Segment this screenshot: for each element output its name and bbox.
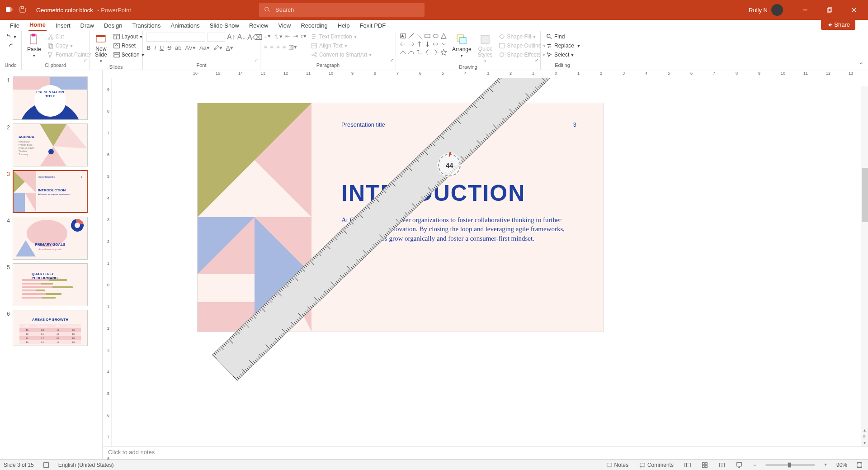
indent-button: ⇥ <box>293 33 298 41</box>
tab-file[interactable]: File <box>9 20 20 31</box>
accessibility-icon[interactable] <box>41 462 51 468</box>
group-undo-label: Undo <box>4 62 18 69</box>
arc-icon <box>408 49 415 56</box>
reset-button[interactable]: Reset <box>112 42 146 50</box>
svg-rect-33 <box>425 34 430 38</box>
app-icon <box>5 6 13 14</box>
tab-foxitpdf[interactable]: Foxit PDF <box>359 20 387 31</box>
arrange-button[interactable]: Arrange▾ <box>450 33 473 59</box>
drawing-launcher[interactable]: ⤢ <box>535 58 539 62</box>
prev-slide-button[interactable]: ▴ <box>862 427 867 433</box>
next-slide-button[interactable]: ▾ <box>862 440 867 446</box>
save-icon[interactable] <box>19 6 26 14</box>
font-launcher[interactable]: ⤢ <box>255 58 259 62</box>
shadow-button: ab <box>175 44 181 51</box>
slide-thumbnail-3[interactable]: Presentation title 3 INTRODUCTION At Con… <box>13 170 88 213</box>
shapes-gallery[interactable]: A <box>400 33 448 56</box>
search-box[interactable]: Search <box>259 3 425 17</box>
notes-pane[interactable]: Click to add notes <box>103 446 868 459</box>
comments-toggle[interactable]: Comments <box>637 462 675 468</box>
slideshow-view-button[interactable] <box>734 462 744 468</box>
paragraph-launcher[interactable]: ⤢ <box>390 58 395 62</box>
section-button[interactable]: Section ▾ <box>112 51 146 59</box>
svg-rect-64 <box>703 462 704 464</box>
svg-rect-36 <box>460 38 466 44</box>
user-account[interactable]: Rully N <box>749 4 783 16</box>
thumbnails-pane[interactable]: 1 PRESENTATION TITLE 2 AGENDA Introducti… <box>0 70 103 459</box>
group-clipboard-label: Clipboard <box>25 62 85 69</box>
ribbon-collapse-button[interactable]: ⌃ <box>859 62 863 68</box>
slide-canvas[interactable]: Presentation title 3 INTRODUCTION At Con… <box>112 78 868 446</box>
clipboard-launcher[interactable]: ⤢ <box>84 58 88 62</box>
justify-button: ≡ <box>283 43 286 50</box>
bullets-button: ≡▾ <box>264 33 271 41</box>
reading-view-button[interactable] <box>717 462 727 468</box>
slide-header: Presentation title <box>341 121 385 128</box>
italic-button: I <box>154 44 156 51</box>
underline-button: U <box>160 44 164 51</box>
notes-toggle[interactable]: Notes <box>604 462 630 468</box>
tab-recording[interactable]: Recording <box>300 20 328 31</box>
svg-rect-17 <box>96 35 105 37</box>
sorter-view-button[interactable] <box>700 462 710 468</box>
slide-decoration <box>198 103 311 332</box>
svg-point-26 <box>312 54 314 56</box>
tab-design[interactable]: Design <box>103 20 123 31</box>
tab-review[interactable]: Review <box>248 20 269 31</box>
connector-icon <box>416 49 423 56</box>
slide-thumbnail-2[interactable]: AGENDA IntroductionPrimary goalsAreas of… <box>13 123 88 166</box>
arrow-l-icon <box>400 41 406 47</box>
new-slide-button[interactable]: New Slide▾ <box>93 33 109 64</box>
ribbon: ▾ Undo Paste▾ Cut Copy ▾ Format Painter … <box>0 31 868 70</box>
zoom-out-button[interactable]: − <box>751 462 758 468</box>
tab-animations[interactable]: Animations <box>170 20 201 31</box>
thumb-number: 4 <box>4 217 10 260</box>
normal-view-button[interactable] <box>683 462 693 468</box>
tab-help[interactable]: Help <box>337 20 351 31</box>
tab-slideshow[interactable]: Slide Show <box>209 20 240 31</box>
slide-page-number: 3 <box>573 121 576 128</box>
restore-button[interactable] <box>819 0 840 20</box>
zoom-level[interactable]: 90% <box>836 462 847 468</box>
layout-button[interactable]: Layout ▾ <box>112 33 146 41</box>
slide-thumbnail-5[interactable]: QUARTERLY PERFORMANCE <box>13 263 88 306</box>
align-center-button: ≡ <box>270 43 274 50</box>
thumb-number: 1 <box>4 76 10 120</box>
zoom-slider[interactable] <box>765 464 815 466</box>
svg-text:A: A <box>401 34 404 38</box>
arrow-u-icon <box>416 41 423 47</box>
svg-point-1 <box>8 7 13 12</box>
find-button[interactable]: Find <box>544 33 582 41</box>
search-icon <box>264 7 271 13</box>
zoom-in-button[interactable]: + <box>822 462 829 468</box>
tab-draw[interactable]: Draw <box>80 20 95 31</box>
svg-rect-62 <box>685 463 690 467</box>
redo-button[interactable] <box>6 42 16 50</box>
language-status[interactable]: English (United States) <box>58 462 114 468</box>
vertical-scrollbar[interactable]: ▴ ≡ ▾ <box>861 86 868 446</box>
select-button[interactable]: Select ▾ <box>544 51 582 59</box>
quick-styles-button: Quick Styles▾ <box>476 33 495 64</box>
slide-thumbnail-4[interactable]: PRIMARY GOALS Annual revenue growth <box>13 217 88 260</box>
tab-view[interactable]: View <box>278 20 292 31</box>
slide-thumbnail-6[interactable]: AREAS OF GROWTH B2BTarget dateB2CE-comme… <box>13 310 88 346</box>
share-button[interactable]: Share <box>821 19 855 30</box>
svg-rect-38 <box>500 43 505 48</box>
tab-transitions[interactable]: Transitions <box>131 20 161 31</box>
svg-rect-6 <box>827 9 831 12</box>
slide-thumbnail-1[interactable]: PRESENTATION TITLE <box>13 76 88 120</box>
minimize-button[interactable] <box>795 0 816 20</box>
tab-home[interactable]: Home <box>28 19 47 31</box>
fit-to-window-button[interactable] <box>854 462 864 468</box>
tab-insert[interactable]: Insert <box>55 20 71 31</box>
svg-rect-21 <box>114 43 119 48</box>
slide-nav-icon[interactable]: ≡ <box>862 434 867 439</box>
group-editing-label: Editing <box>544 62 580 69</box>
paste-button[interactable]: Paste▾ <box>25 33 43 59</box>
ruler-rotation-handle[interactable]: 44 <box>437 153 462 177</box>
replace-button[interactable]: Replace ▾ <box>544 42 582 50</box>
undo-button[interactable]: ▾ <box>4 33 18 41</box>
close-button[interactable] <box>844 0 864 20</box>
svg-rect-2 <box>21 7 24 9</box>
line-spacing-button: ↕▾ <box>301 33 307 41</box>
